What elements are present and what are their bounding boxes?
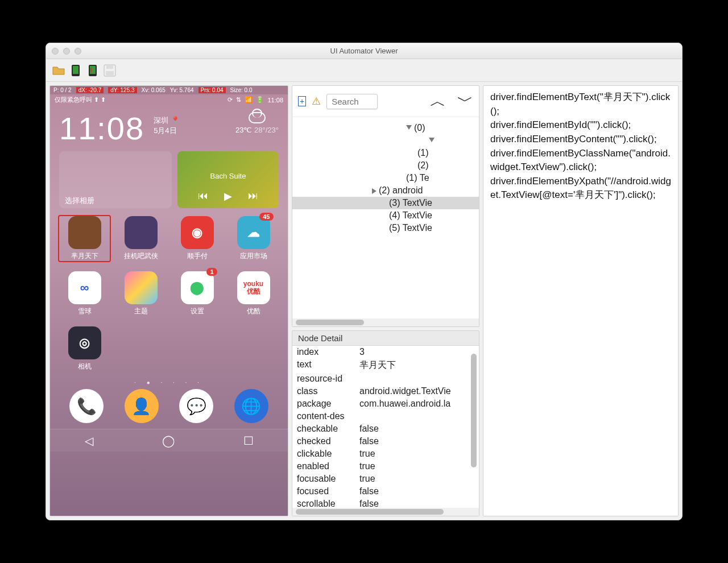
page-dots: · ● · · · · — [50, 379, 288, 386]
detail-row: classandroid.widget.TextVie — [292, 385, 479, 398]
warning-icon[interactable]: ⚠ — [312, 95, 321, 107]
toolbar — [46, 59, 682, 82]
device-dump-compressed-icon[interactable] — [86, 64, 100, 77]
app-label: 应用市场 — [240, 251, 267, 261]
device-screenshot[interactable]: P: 0 / 2 dX: -20.7 dY: 125.3 Xv: 0.065 Y… — [49, 85, 288, 516]
app-label: 挂机吧武侠 — [124, 251, 158, 261]
detail-row: checkablefalse — [292, 423, 479, 435]
detail-row: scrollablefalse — [292, 498, 479, 508]
app-主题[interactable]: 主题 — [115, 271, 166, 316]
back-icon[interactable]: ◁ — [85, 434, 93, 448]
svg-rect-1 — [73, 66, 78, 74]
dock-item[interactable]: 🌐 — [234, 389, 268, 423]
app-label: 设置 — [191, 307, 204, 316]
badge: 1 — [206, 268, 217, 276]
tree-row[interactable]: (5) TextVie — [292, 222, 479, 234]
node-detail: Node Detail index3text芈月天下resource-idcla… — [292, 330, 479, 516]
app-window: UI Automator Viewer P: 0 / 2 dX: -20.7 d… — [46, 43, 682, 520]
detail-header: Node Detail — [292, 331, 479, 346]
detail-row: resource-id — [292, 372, 479, 385]
dock: 📞👤💬🌐 — [59, 389, 279, 423]
window-title: UI Automator Viewer — [46, 47, 682, 55]
detail-row: focusedfalse — [292, 485, 479, 498]
prev-icon[interactable]: ⏮ — [198, 190, 208, 202]
prev-match-icon[interactable]: ︿ — [430, 90, 446, 112]
app-优酷[interactable]: youku优酷 优酷 — [228, 271, 279, 316]
h-scrollbar[interactable] — [292, 318, 479, 326]
app-相机[interactable]: ◎ 相机 — [59, 326, 110, 371]
detail-row: checkedfalse — [292, 435, 479, 448]
pointer-overlay: P: 0 / 2 dX: -20.7 dY: 125.3 Xv: 0.065 Y… — [50, 86, 288, 94]
cloud-icon — [249, 112, 266, 123]
code-text: driver.findElementByText("芈月天下").click()… — [490, 90, 671, 202]
home-icon[interactable]: ◯ — [162, 434, 175, 448]
weather-widget: 23℃ 28°/23° — [235, 110, 279, 134]
detail-body[interactable]: index3text芈月天下resource-idclassandroid.wi… — [292, 346, 479, 508]
tree-row[interactable] — [292, 134, 479, 147]
svg-rect-7 — [106, 71, 114, 76]
search-input[interactable] — [326, 94, 378, 109]
dock-item[interactable]: 📞 — [69, 389, 104, 423]
tree-row[interactable]: (2) — [292, 159, 479, 172]
detail-row: index3 — [292, 346, 479, 358]
app-芈月天下[interactable]: 芈月天下 — [58, 215, 111, 262]
status-bar: 仅限紧急呼叫 ⬆ ⬆ ⟳⇅📶🔋11:08 — [50, 94, 288, 105]
app-label: 雪球 — [78, 307, 92, 316]
recent-icon[interactable]: ☐ — [243, 434, 254, 448]
svg-rect-6 — [106, 65, 113, 69]
titlebar[interactable]: UI Automator Viewer — [46, 43, 682, 59]
tree-row[interactable]: (3) TextVie — [292, 197, 479, 209]
tree-row[interactable]: (0) — [292, 122, 479, 134]
app-应用市场[interactable]: ☁ 45 应用市场 — [228, 216, 279, 261]
app-label: 芈月天下 — [71, 251, 98, 261]
app-label: 优酷 — [247, 307, 260, 316]
tree-row[interactable]: (1) Te — [292, 172, 479, 184]
save-icon[interactable] — [103, 64, 117, 77]
tree-row[interactable]: (1) — [292, 147, 479, 159]
v-scrollbar[interactable] — [471, 348, 478, 506]
clock-time: 11:08 — [59, 110, 144, 147]
device-dump-icon[interactable] — [69, 64, 82, 77]
detail-row: packagecom.huawei.android.la — [292, 398, 479, 410]
detail-row: focusabletrue — [292, 473, 479, 485]
app-grid: 芈月天下 挂机吧武侠 ◉ 顺手付 ☁ 45 应用市场 ∞ 雪球 主题 — [59, 216, 279, 371]
app-挂机吧武侠[interactable]: 挂机吧武侠 — [115, 216, 166, 261]
app-label: 主题 — [134, 307, 148, 316]
app-雪球[interactable]: ∞ 雪球 — [59, 271, 110, 316]
tree-row[interactable]: (2) android — [292, 184, 479, 197]
detail-row: text芈月天下 — [292, 358, 479, 372]
clock-widget: 11:08 深圳 📍 5月4日 23℃ 28°/23° — [59, 110, 279, 147]
h-scrollbar[interactable] — [292, 508, 479, 516]
tree-body[interactable]: (0)(1)(2)(1) Te(2) android(3) TextVie(4)… — [292, 117, 479, 318]
dock-item[interactable]: 💬 — [179, 389, 213, 423]
app-顺手付[interactable]: ◉ 顺手付 — [172, 216, 222, 261]
album-widget[interactable]: 选择相册 — [59, 151, 172, 208]
hierarchy-tree: + ⚠ ︿ ﹀ (0)(1)(2)(1) Te(2) android(3) Te… — [292, 85, 479, 327]
app-label: 顺手付 — [187, 251, 208, 261]
app-label: 相机 — [78, 362, 92, 371]
app-设置[interactable]: ⬤ 1 设置 — [172, 271, 222, 316]
next-icon[interactable]: ⏭ — [248, 190, 258, 202]
detail-row: content-des — [292, 410, 479, 423]
next-match-icon[interactable]: ﹀ — [457, 90, 473, 112]
detail-row: enabledtrue — [292, 460, 479, 473]
detail-row: clickabletrue — [292, 448, 479, 460]
navbar: ◁ ◯ ☐ — [50, 429, 288, 452]
tree-row[interactable]: (4) TextVie — [292, 209, 479, 222]
play-icon[interactable]: ▶ — [224, 190, 232, 202]
dock-item[interactable]: 👤 — [125, 389, 159, 423]
open-icon[interactable] — [52, 64, 65, 77]
badge: 45 — [259, 213, 273, 221]
code-panel[interactable]: driver.findElementByText("芈月天下").click()… — [483, 85, 679, 516]
music-widget[interactable]: Bach Suite ⏮ ▶ ⏭ — [177, 151, 279, 208]
expand-icon[interactable]: + — [298, 96, 306, 106]
svg-rect-4 — [90, 68, 92, 72]
